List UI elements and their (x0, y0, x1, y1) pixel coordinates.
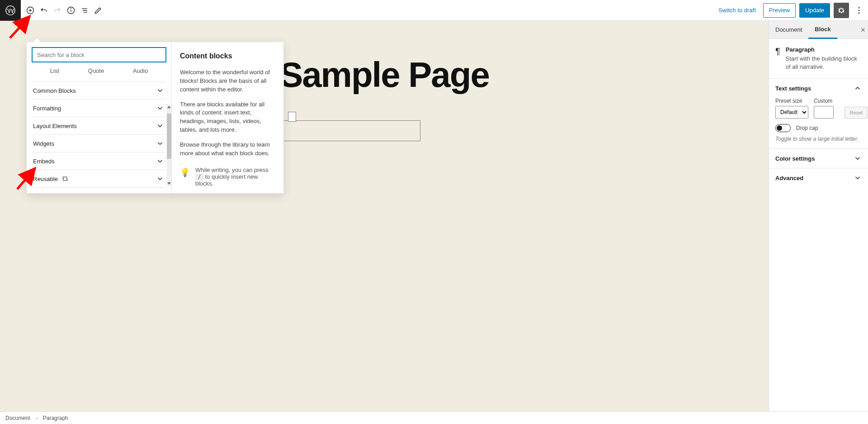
editor-topbar: Switch to draft Preview Update (0, 0, 868, 21)
inserter-info-pane: Content blocks Welcome to the wonderful … (171, 42, 283, 193)
category-layout[interactable]: Layout Elements (32, 117, 166, 135)
category-widgets-label: Widgets (33, 140, 54, 147)
inserter-info-p2: There are blocks available for all kinds… (180, 100, 275, 134)
scroll-thumb[interactable] (167, 114, 171, 159)
block-description: Start with the building block of all nar… (786, 55, 862, 71)
panel-advanced: Advanced (769, 168, 868, 187)
category-embeds[interactable]: Embeds (32, 152, 166, 170)
panel-text-toggle[interactable]: Text settings (769, 79, 868, 98)
chevron-down-icon (156, 86, 164, 95)
preset-size-label: Preset size (775, 98, 808, 104)
recent-block-list[interactable]: List (50, 67, 59, 74)
scroll-down-icon (167, 182, 171, 185)
svg-point-0 (6, 5, 15, 14)
block-title: Paragraph (786, 46, 862, 53)
panel-text-settings: Text settings Preset size Default Custom (769, 78, 868, 148)
sidebar-close-button[interactable]: × (860, 25, 865, 34)
content-info-button[interactable] (64, 0, 78, 21)
info-icon (66, 6, 75, 15)
chevron-down-icon (156, 157, 164, 165)
tip-key: / (195, 173, 203, 180)
switch-to-draft-link[interactable]: Switch to draft (715, 4, 759, 16)
category-reusable-label: Reusable (33, 176, 58, 182)
chevron-down-icon (156, 104, 164, 112)
breadcrumb-paragraph[interactable]: Paragraph (43, 415, 68, 421)
undo-icon (39, 6, 48, 15)
tab-document[interactable]: Document (769, 21, 808, 38)
tip-post: to quickly insert new blocks. (195, 173, 258, 187)
inserter-recent-row: List Quote Audio (32, 62, 166, 77)
category-formatting-label: Formatting (33, 105, 61, 112)
breadcrumb-document[interactable]: Document (5, 415, 30, 421)
inserter-info-p3: Browse through the library to learn more… (180, 141, 275, 158)
category-embeds-label: Embeds (33, 158, 55, 165)
breadcrumb: Document → Paragraph (0, 411, 868, 424)
kebab-icon (854, 6, 863, 15)
preview-button[interactable]: Preview (763, 3, 796, 18)
paragraph-caret (288, 112, 296, 122)
edit-tool-button[interactable] (91, 0, 105, 21)
inserter-left-pane: List Quote Audio Common Blocks Formattin… (27, 42, 171, 193)
tip-pre: While writing, you can press (195, 167, 269, 173)
panel-advanced-toggle[interactable]: Advanced (769, 168, 868, 187)
category-widgets[interactable]: Widgets (32, 135, 166, 152)
wp-logo[interactable] (0, 0, 21, 21)
chevron-down-icon (156, 175, 164, 183)
redo-icon (53, 6, 62, 15)
category-layout-label: Layout Elements (33, 123, 77, 129)
redo-button[interactable] (51, 0, 64, 21)
inserter-scrollbar[interactable] (167, 105, 171, 186)
chevron-down-icon (854, 154, 862, 162)
dropcap-toggle[interactable] (775, 124, 791, 132)
breadcrumb-separator: → (34, 415, 39, 421)
chevron-down-icon (156, 122, 164, 130)
chevron-up-icon (854, 84, 862, 92)
close-icon: × (860, 25, 865, 34)
svg-point-5 (859, 10, 860, 11)
svg-point-6 (859, 12, 860, 14)
tab-block[interactable]: Block (808, 21, 837, 39)
preset-size-select[interactable]: Default (775, 106, 808, 119)
inserter-categories: Common Blocks Formatting Layout Elements… (32, 81, 166, 188)
svg-point-4 (859, 7, 860, 8)
pencil-icon (94, 6, 103, 15)
dropcap-label: Drop cap (796, 125, 818, 131)
add-block-button[interactable] (24, 0, 37, 21)
scroll-up-icon (167, 106, 171, 108)
category-common-blocks[interactable]: Common Blocks (32, 82, 166, 100)
settings-button[interactable] (834, 3, 849, 18)
settings-sidebar: Document Block × ¶ Paragraph Start with … (769, 21, 868, 411)
block-card: ¶ Paragraph Start with the building bloc… (769, 39, 868, 78)
panel-advanced-label: Advanced (775, 175, 803, 181)
sidebar-tabs: Document Block × (769, 21, 868, 39)
panel-text-label: Text settings (775, 85, 811, 92)
custom-size-input[interactable] (814, 106, 834, 119)
update-button[interactable]: Update (799, 3, 830, 18)
block-nav-button[interactable] (78, 0, 91, 21)
page-title[interactable]: Sample Page (279, 54, 489, 95)
undo-button[interactable] (37, 0, 51, 21)
dropcap-hint: Toggle to show a large initial letter. (775, 136, 862, 142)
custom-size-label: Custom (814, 98, 839, 104)
list-icon (80, 6, 89, 15)
inserter-info-p1: Welcome to the wonderful world of blocks… (180, 68, 275, 94)
reusable-icon (61, 176, 69, 182)
svg-point-3 (71, 9, 71, 9)
plus-circle-icon (26, 6, 35, 15)
topbar-left (0, 0, 105, 20)
recent-block-quote[interactable]: Quote (88, 67, 104, 74)
category-reusable[interactable]: Reusable (32, 170, 166, 188)
wordpress-icon (5, 5, 15, 15)
block-search-input[interactable] (32, 48, 166, 62)
paragraph-icon: ¶ (775, 46, 780, 71)
more-menu-button[interactable] (853, 3, 865, 18)
block-inserter-popover: List Quote Audio Common Blocks Formattin… (26, 42, 284, 194)
recent-block-audio[interactable]: Audio (133, 67, 148, 74)
inserter-tip: 💡 While writing, you can press / to quic… (180, 167, 275, 187)
topbar-right: Switch to draft Preview Update (715, 3, 868, 18)
panel-color-label: Color settings (775, 155, 815, 162)
reset-size-button[interactable]: Reset (844, 107, 868, 119)
category-formatting[interactable]: Formatting (32, 100, 166, 117)
tip-text: While writing, you can press / to quickl… (195, 167, 275, 187)
panel-color-toggle[interactable]: Color settings (769, 149, 868, 168)
